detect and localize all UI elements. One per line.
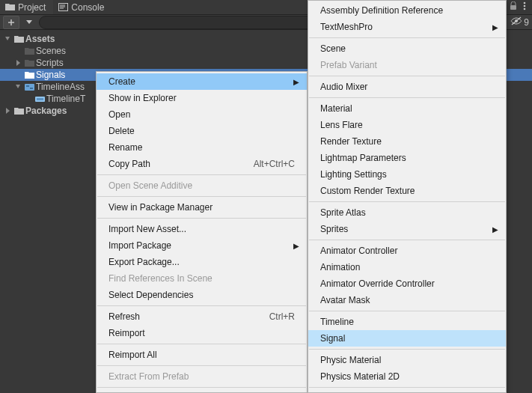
svg-rect-9 bbox=[25, 84, 34, 91]
menu-animator-controller[interactable]: Animator Controller bbox=[308, 243, 506, 259]
menu-label: Custom Render Texture bbox=[320, 186, 415, 196]
dropdown-icon[interactable] bbox=[22, 16, 36, 29]
visibility-count: 9 bbox=[524, 17, 529, 28]
menu-label: Sprites bbox=[320, 224, 348, 234]
tree-label: Signals bbox=[36, 70, 65, 80]
fold-right-icon[interactable] bbox=[13, 58, 22, 67]
menu-rename[interactable]: Rename bbox=[97, 139, 307, 156]
menu-copy-path[interactable]: Copy PathAlt+Ctrl+C bbox=[97, 156, 307, 172]
menu-audio-mixer[interactable]: Audio Mixer bbox=[308, 79, 506, 95]
menu-physic-material[interactable]: Physic Material bbox=[308, 352, 506, 368]
menu-view-in-package-manager[interactable]: View in Package Manager bbox=[97, 199, 307, 216]
tree-label: TimelineT bbox=[46, 94, 85, 104]
menu-icon[interactable] bbox=[523, 1, 526, 13]
separator bbox=[309, 387, 505, 388]
menu-label: View in Package Manager bbox=[108, 202, 213, 213]
visibility-toggle[interactable]: 9 bbox=[510, 16, 529, 28]
menu-timeline[interactable]: Timeline bbox=[308, 314, 506, 330]
menu-label: Material bbox=[320, 103, 352, 114]
menu-label: Animator Controller bbox=[320, 246, 397, 256]
menu-animation[interactable]: Animation bbox=[308, 259, 506, 275]
menu-label: Render Texture bbox=[320, 136, 382, 147]
menu-reimport-all[interactable]: Reimport All bbox=[97, 347, 307, 363]
menu-physics-material-2d[interactable]: Physics Material 2D bbox=[308, 368, 506, 385]
shortcut: Alt+Ctrl+C bbox=[254, 159, 295, 169]
menu-open-scene-additive: Open Scene Additive bbox=[97, 177, 307, 194]
tab-console[interactable]: Console bbox=[53, 0, 111, 14]
arrow-right-icon: ▶ bbox=[492, 225, 498, 234]
separator bbox=[97, 365, 306, 366]
separator bbox=[97, 344, 306, 344]
svg-point-4 bbox=[524, 8, 526, 10]
menu-lens-flare[interactable]: Lens Flare bbox=[308, 117, 506, 133]
menu-sprites[interactable]: Sprites▶ bbox=[308, 221, 506, 237]
menu-textmeshpro[interactable]: TextMeshPro▶ bbox=[308, 19, 506, 35]
context-menu: Create▶ Show in Explorer Open Delete Ren… bbox=[96, 71, 308, 393]
menu-label: Rename bbox=[108, 142, 142, 153]
menu-label: TextMeshPro bbox=[320, 22, 373, 32]
menu-label: Open Scene Additive bbox=[108, 180, 192, 191]
menu-prefab-variant: Prefab Variant bbox=[308, 57, 506, 73]
menu-asmdef-ref[interactable]: Assembly Definition Reference bbox=[308, 2, 506, 19]
separator bbox=[97, 196, 306, 197]
lock-icon[interactable] bbox=[510, 1, 517, 13]
fold-right-icon[interactable] bbox=[3, 106, 12, 115]
separator bbox=[309, 97, 505, 98]
svg-point-3 bbox=[524, 5, 526, 7]
menu-label: Physics Material 2D bbox=[320, 371, 400, 382]
folder-icon bbox=[13, 34, 24, 44]
menu-label: Delete bbox=[108, 126, 135, 136]
menu-label: Create bbox=[108, 76, 135, 87]
separator bbox=[309, 240, 505, 240]
menu-label: Scene bbox=[320, 43, 346, 54]
timeline-icon bbox=[24, 82, 34, 92]
add-button[interactable] bbox=[3, 16, 19, 29]
menu-create[interactable]: Create▶ bbox=[97, 73, 307, 90]
menu-reimport[interactable]: Reimport bbox=[97, 325, 307, 341]
menu-label: Find References In Scene bbox=[108, 273, 213, 284]
menu-delete[interactable]: Delete bbox=[97, 123, 307, 139]
menu-label: Physic Material bbox=[320, 355, 381, 365]
separator bbox=[309, 76, 505, 76]
menu-render-texture[interactable]: Render Texture bbox=[308, 133, 506, 150]
menu-custom-render-texture[interactable]: Custom Render Texture bbox=[308, 183, 506, 199]
folder-icon bbox=[24, 46, 34, 56]
menu-label: Assembly Definition Reference bbox=[320, 5, 443, 16]
menu-label: Audio Mixer bbox=[320, 82, 367, 92]
fold-spacer bbox=[13, 46, 22, 55]
menu-label: Sprite Atlas bbox=[320, 207, 366, 218]
menu-label: Select Dependencies bbox=[108, 290, 193, 300]
folder-icon bbox=[24, 70, 34, 80]
menu-label: Export Package... bbox=[108, 257, 180, 267]
svg-rect-10 bbox=[26, 85, 29, 87]
tab-project[interactable]: Project bbox=[0, 0, 53, 14]
menu-find-references: Find References In Scene bbox=[97, 270, 307, 287]
tree-label: Assets bbox=[25, 34, 55, 44]
menu-lightmap-params[interactable]: Lightmap Parameters bbox=[308, 150, 506, 166]
menu-import-new-asset[interactable]: Import New Asset... bbox=[97, 221, 307, 237]
menu-label: Show in Explorer bbox=[108, 93, 177, 103]
menu-signal[interactable]: Signal bbox=[308, 330, 506, 347]
menu-export-package[interactable]: Export Package... bbox=[97, 254, 307, 270]
menu-avatar-mask[interactable]: Avatar Mask bbox=[308, 292, 506, 308]
separator bbox=[97, 174, 306, 175]
menu-label: Lightmap Parameters bbox=[320, 153, 406, 163]
menu-scene[interactable]: Scene bbox=[308, 40, 506, 57]
menu-lighting-settings[interactable]: Lighting Settings bbox=[308, 166, 506, 183]
console-icon bbox=[58, 2, 68, 13]
menu-label: Copy Path bbox=[108, 159, 150, 169]
menu-refresh[interactable]: RefreshCtrl+R bbox=[97, 308, 307, 325]
menu-label: Extract From Prefab bbox=[108, 371, 189, 382]
menu-import-package[interactable]: Import Package▶ bbox=[97, 237, 307, 254]
menu-select-dependencies[interactable]: Select Dependencies bbox=[97, 287, 307, 303]
menu-show-in-explorer[interactable]: Show in Explorer bbox=[97, 90, 307, 106]
menu-label: Animation bbox=[320, 262, 360, 272]
menu-sprite-atlas[interactable]: Sprite Atlas bbox=[308, 204, 506, 221]
fold-down-icon[interactable] bbox=[13, 82, 22, 91]
menu-open[interactable]: Open bbox=[97, 106, 307, 123]
menu-animator-override[interactable]: Animator Override Controller bbox=[308, 275, 506, 292]
folder-icon bbox=[13, 106, 24, 116]
fold-down-icon[interactable] bbox=[3, 34, 12, 43]
folder-icon bbox=[24, 58, 34, 68]
menu-material[interactable]: Material bbox=[308, 100, 506, 117]
